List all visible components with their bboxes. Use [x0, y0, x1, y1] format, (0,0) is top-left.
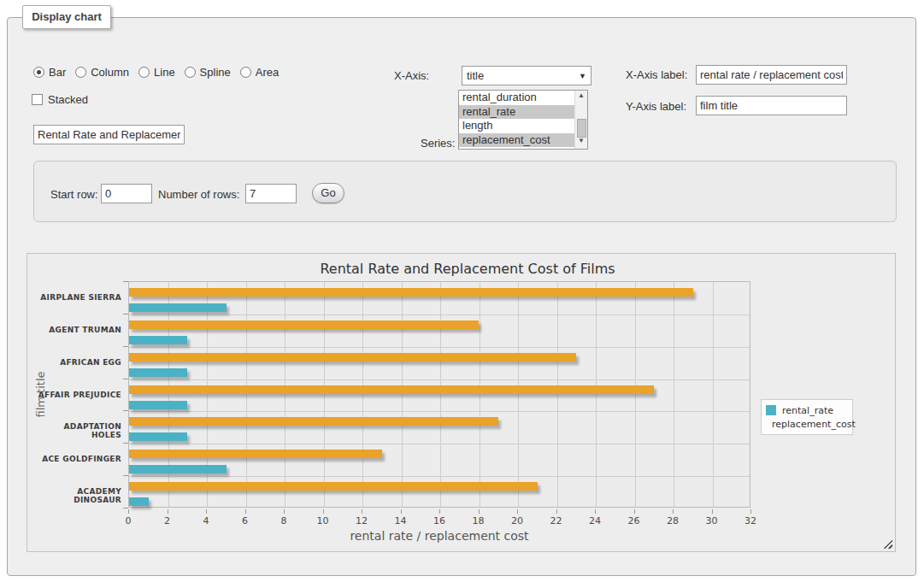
chart-type-label: Line	[154, 66, 175, 79]
go-button[interactable]: Go	[312, 183, 344, 203]
x-tick-label: 20	[504, 515, 530, 526]
bar-rental_rate	[129, 336, 187, 344]
start-row-input[interactable]	[101, 184, 152, 203]
x-tick-mark	[284, 509, 285, 514]
chart-type-radio-group: BarColumnLineSplineArea	[33, 66, 279, 79]
x-tick-label: 18	[466, 515, 491, 526]
chart-panel: Rental Rate and Replacement Cost of Film…	[26, 253, 896, 552]
legend-entry: rental_rate	[766, 403, 848, 417]
x-tick-mark	[245, 509, 246, 514]
chart-type-option-bar[interactable]: Bar	[33, 66, 66, 79]
listbox-scrollbar[interactable]: ▲ ▼	[574, 91, 587, 149]
y-axis-title: film title	[34, 344, 47, 446]
gridline	[246, 282, 247, 507]
legend-swatch	[766, 405, 776, 415]
y-tick-mark	[123, 281, 128, 282]
x-tick-mark	[634, 509, 635, 514]
bar-rental_rate	[129, 401, 187, 409]
radio-spline[interactable]	[185, 67, 196, 78]
radio-bar[interactable]	[33, 67, 44, 78]
x-tick-label: 2	[155, 515, 180, 526]
y-category-label: AIRPLANE SIERRA	[32, 293, 121, 302]
x-tick-label: 6	[232, 515, 258, 526]
chart-type-option-area[interactable]: Area	[240, 66, 279, 79]
x-tick-label: 28	[660, 515, 686, 526]
x-tick-label: 24	[582, 515, 608, 526]
gridline	[129, 379, 750, 380]
row-range-panel: Start row: Number of rows: Go	[33, 161, 897, 222]
scrollbar-thumb[interactable]	[577, 119, 586, 138]
gridline	[557, 282, 558, 507]
x-axis-select-label: X-Axis:	[394, 69, 429, 82]
display-chart-tab[interactable]: Display chart	[22, 5, 111, 29]
x-axis-label-input[interactable]	[696, 65, 847, 85]
chart-type-option-line[interactable]: Line	[138, 66, 175, 79]
scroll-down-icon[interactable]: ▼	[575, 137, 587, 148]
bar-rental_rate	[129, 303, 227, 312]
legend-label: replacement_cost	[772, 419, 856, 430]
stacked-checkbox[interactable]	[32, 94, 43, 105]
chart-type-label: Column	[91, 66, 129, 79]
radio-line[interactable]	[138, 67, 150, 78]
bar-rental_rate	[129, 432, 187, 441]
y-tick-mark	[123, 346, 128, 347]
legend-entry: replacement_cost	[766, 417, 848, 431]
y-category-label: AGENT TRUMAN	[32, 326, 121, 334]
scroll-up-icon[interactable]: ▲	[575, 91, 587, 103]
radio-column[interactable]	[75, 67, 86, 78]
resize-handle-icon[interactable]	[883, 539, 892, 549]
series-listbox[interactable]: rental_durationrental_ratelengthreplacem…	[458, 90, 588, 150]
number-of-rows-input[interactable]	[245, 184, 297, 203]
stacked-label: Stacked	[48, 93, 88, 106]
x-tick-mark	[556, 509, 557, 514]
x-tick-label: 4	[193, 515, 219, 526]
series-option-rental_rate[interactable]: rental_rate	[459, 105, 587, 120]
y-tick-mark	[123, 410, 128, 411]
bar-rental_rate	[129, 497, 149, 506]
bar-replacement_cost	[129, 288, 693, 297]
start-row-label: Start row:	[50, 188, 98, 201]
x-axis-label-field-label: X-Axis label:	[626, 68, 687, 81]
x-tick-mark	[168, 509, 168, 514]
x-axis-selected-value: title	[467, 69, 484, 82]
gridline	[129, 411, 750, 412]
number-of-rows-label: Number of rows:	[158, 188, 239, 201]
x-tick-label: 26	[621, 515, 647, 526]
x-tick-mark	[401, 509, 402, 514]
gridline	[129, 444, 750, 444]
x-axis-title: rental rate / replacement cost	[128, 529, 750, 543]
y-axis-label-input[interactable]	[696, 96, 847, 115]
chart-type-option-spline[interactable]: Spline	[185, 66, 231, 79]
y-category-label: ACADEMY DINOSAUR	[32, 487, 121, 504]
stacked-option[interactable]: Stacked	[32, 93, 88, 106]
gridline	[674, 282, 674, 507]
x-tick-mark	[750, 509, 751, 514]
gridline	[402, 282, 403, 507]
y-tick-mark	[123, 379, 128, 379]
legend-label: rental_rate	[782, 405, 833, 416]
series-option-rental_duration[interactable]: rental_duration	[459, 91, 587, 105]
gridline	[518, 282, 519, 507]
radio-area[interactable]	[240, 67, 251, 78]
gridline	[713, 282, 714, 507]
x-tick-label: 32	[738, 515, 763, 526]
y-tick-mark	[123, 508, 128, 509]
x-tick-label: 16	[427, 515, 452, 526]
y-tick-mark	[123, 314, 128, 315]
chart-title-input[interactable]	[33, 125, 185, 144]
x-axis-select[interactable]: title ▼	[462, 66, 591, 85]
bar-replacement_cost	[129, 450, 382, 458]
x-tick-mark	[362, 509, 362, 514]
series-option-replacement_cost[interactable]: replacement_cost	[459, 133, 587, 148]
x-tick-mark	[517, 509, 518, 514]
series-option-length[interactable]: length	[459, 119, 587, 133]
gridline	[440, 282, 441, 507]
bar-replacement_cost	[129, 417, 498, 426]
x-tick-mark	[439, 509, 440, 514]
chart-type-option-column[interactable]: Column	[75, 66, 129, 79]
bar-replacement_cost	[129, 385, 654, 394]
chart-type-label: Bar	[49, 66, 66, 79]
x-tick-mark	[595, 509, 596, 514]
chart-title: Rental Rate and Replacement Cost of Film…	[62, 261, 874, 277]
display-chart-panel: BarColumnLineSplineArea Stacked X-Axis: …	[7, 17, 916, 576]
